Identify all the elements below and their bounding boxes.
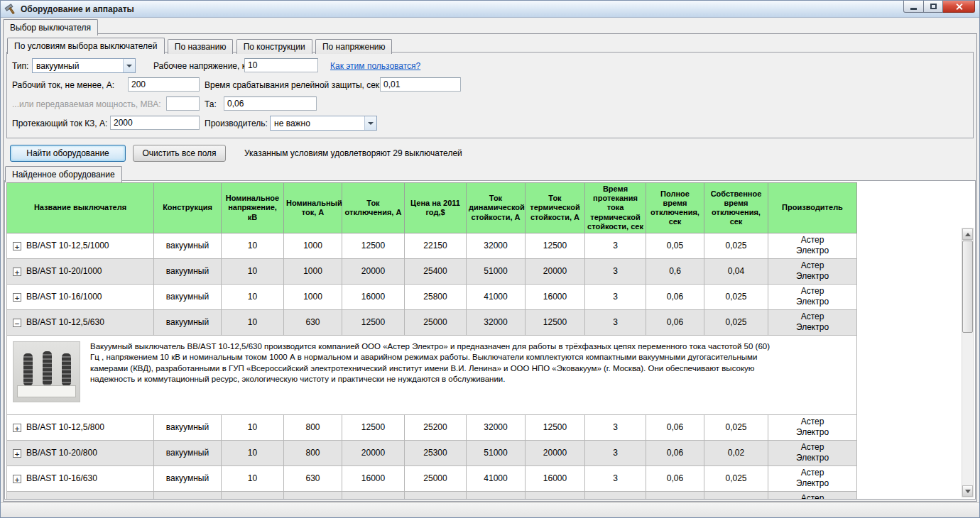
expand-icon[interactable]: + — [13, 242, 21, 250]
tab-by-construction[interactable]: По конструкции — [236, 39, 312, 54]
cell-own-time: 0,04 — [704, 258, 768, 284]
breaker-name-cell[interactable]: +ВВ/AST 10-20/1000 — [7, 258, 154, 284]
tab-by-name[interactable]: По названию — [168, 39, 234, 54]
cell-thermal-current: 12500 — [526, 414, 585, 440]
cell-voltage: 10 — [222, 233, 284, 258]
cell-breaking-current: 20000 — [342, 258, 405, 284]
table-row[interactable]: +ВВ/AST 10-20/800вакуумный10800200002530… — [7, 440, 857, 465]
header-manufacturer[interactable]: Производитель — [768, 183, 857, 233]
breaker-name-cell[interactable]: +ВВ/AST 10-16/630 — [7, 465, 154, 491]
header-construction[interactable]: Конструкция — [154, 183, 222, 233]
work-current-input[interactable] — [128, 77, 200, 92]
results-panel: Название выключателя Конструкция Номинал… — [4, 180, 976, 500]
detail-row: Вакуумный выключатель ВВ/AST 10-12,5/630… — [7, 335, 857, 414]
cell-dynamic-current: 32000 — [467, 309, 526, 335]
breaker-description: Вакуумный выключатель ВВ/AST 10-12,5/630… — [90, 341, 775, 385]
expand-icon[interactable]: + — [13, 475, 21, 483]
cell-own-time: 0,025 — [704, 414, 768, 440]
close-button[interactable] — [943, 1, 975, 13]
maximize-icon — [930, 4, 937, 9]
cell-construction: вакуумный — [154, 309, 222, 335]
breaker-name-cell[interactable]: −ВВ/AST 10-12,5/630 — [7, 309, 154, 335]
table-row[interactable]: +ВВ/AST 10-16/1000вакуумный1010001600025… — [7, 284, 857, 309]
expand-icon[interactable]: + — [13, 424, 21, 432]
table-row[interactable]: +ВВ/AST 10-12,5/1000вакуумный10100012500… — [7, 233, 857, 258]
header-breaker-name[interactable]: Название выключателя — [7, 183, 154, 233]
cell-construction: вакуумный — [154, 465, 222, 491]
header-nominal-current[interactable]: Номинальный ток, А — [284, 183, 342, 233]
cell-full-time: 0,06 — [646, 284, 704, 309]
header-nominal-voltage[interactable]: Номинальное напряжение, кВ — [222, 183, 284, 233]
scroll-up-button[interactable] — [962, 228, 973, 240]
breaker-name-cell[interactable]: +ВВ/AST 10-12,5/800 — [7, 414, 154, 440]
type-combobox[interactable]: вакуумный — [32, 58, 136, 73]
breaker-name-cell[interactable]: +ВВ/AST 10-12,5/1000 — [7, 233, 154, 258]
chevron-down-icon[interactable] — [123, 59, 135, 72]
header-dynamic-current[interactable]: Ток динамической стойкости, А — [467, 183, 526, 233]
cell-manufacturer: Астер Электро — [768, 233, 857, 258]
tab-found-equipment[interactable]: Найденное оборудование — [5, 166, 122, 182]
chevron-down-icon[interactable] — [364, 116, 376, 130]
cell-breaking-current: 16000 — [342, 284, 405, 309]
cell-thermal-time: 3 — [585, 465, 646, 491]
breaker-name: ВВ/AST 10-16/630 — [26, 473, 97, 483]
collapse-icon[interactable]: − — [13, 319, 21, 327]
cell-nominal-current: 1000 — [284, 258, 342, 284]
cell-dynamic-current: 41000 — [467, 465, 526, 491]
clear-fields-button[interactable]: Очистить все поля — [133, 145, 226, 162]
kz-current-input[interactable] — [110, 116, 200, 130]
type-label: Тип: — [12, 59, 28, 73]
breaker-name-cell[interactable]: +ВВ/AST 10-20/630 — [7, 491, 154, 500]
tab-by-voltage[interactable]: По напряжению — [315, 39, 393, 54]
cell-voltage: 10 — [222, 309, 284, 335]
vertical-scrollbar[interactable] — [962, 228, 974, 497]
tab-breaker-selection[interactable]: Выбор выключателя — [3, 19, 98, 35]
breaker-name-cell[interactable]: +ВВ/AST 10-16/1000 — [7, 284, 154, 309]
cell-nominal-current: 1000 — [284, 233, 342, 258]
ta-input[interactable] — [224, 97, 317, 111]
header-own-time[interactable]: Собственное время отключения, сек — [704, 183, 768, 233]
minimize-button[interactable] — [903, 1, 924, 13]
cell-construction: вакуумный — [154, 414, 222, 440]
table-row[interactable]: +ВВ/AST 10-12,5/800вакуумный108001250025… — [7, 414, 857, 440]
cell-price: 25000 — [405, 491, 467, 500]
cell-dynamic-current: 51000 — [467, 491, 526, 500]
scroll-down-button[interactable] — [962, 485, 973, 497]
ta-label: Та: — [205, 97, 217, 111]
power-input[interactable] — [166, 97, 200, 111]
cell-voltage: 10 — [222, 440, 284, 465]
header-thermal-current[interactable]: Ток термической стойкости, А — [526, 183, 585, 233]
cell-price: 25000 — [405, 309, 467, 335]
table-row[interactable]: +ВВ/AST 10-20/630вакуумный10630200002500… — [7, 491, 857, 500]
header-breaking-current[interactable]: Ток отключения, А — [342, 183, 405, 233]
header-full-time[interactable]: Полное время отключения, сек — [646, 183, 704, 233]
cell-voltage: 10 — [222, 491, 284, 500]
results-tabstrip: Найденное оборудование — [5, 166, 123, 181]
header-thermal-time[interactable]: Время протекания тока термической стойко… — [585, 183, 646, 233]
expand-icon[interactable]: + — [13, 293, 21, 302]
header-price[interactable]: Цена на 2011 год,$ — [405, 183, 467, 233]
minimize-icon — [910, 8, 917, 10]
cell-price: 25800 — [405, 284, 467, 309]
breaker-name: ВВ/AST 10-16/1000 — [26, 292, 102, 302]
cell-thermal-current: 20000 — [526, 491, 585, 500]
table-row[interactable]: −ВВ/AST 10-12,5/630вакуумный106301250025… — [7, 309, 857, 335]
relay-time-input[interactable] — [380, 77, 461, 92]
manufacturer-combobox[interactable]: не важно — [270, 116, 377, 131]
scrollbar-thumb[interactable] — [962, 241, 973, 333]
voltage-input[interactable] — [244, 58, 318, 72]
maximize-button[interactable] — [924, 1, 943, 13]
find-equipment-button[interactable]: Найти оборудование — [10, 145, 126, 162]
cell-nominal-current: 800 — [284, 440, 342, 465]
cell-thermal-time: 3 — [585, 414, 646, 440]
expand-icon[interactable]: + — [13, 268, 21, 276]
cell-price: 25300 — [405, 440, 467, 465]
tab-by-conditions[interactable]: По условиям выбора выключателей — [7, 38, 165, 54]
cell-thermal-current: 16000 — [526, 284, 585, 309]
help-link[interactable]: Как этим пользоватся? — [330, 59, 420, 73]
breaker-name-cell[interactable]: +ВВ/AST 10-20/800 — [7, 440, 154, 465]
table-row[interactable]: +ВВ/AST 10-20/1000вакуумный1010002000025… — [7, 258, 857, 284]
expand-icon[interactable]: + — [13, 449, 21, 458]
table-row[interactable]: +ВВ/AST 10-16/630вакуумный10630160002500… — [7, 465, 857, 491]
cell-construction: вакуумный — [154, 440, 222, 465]
